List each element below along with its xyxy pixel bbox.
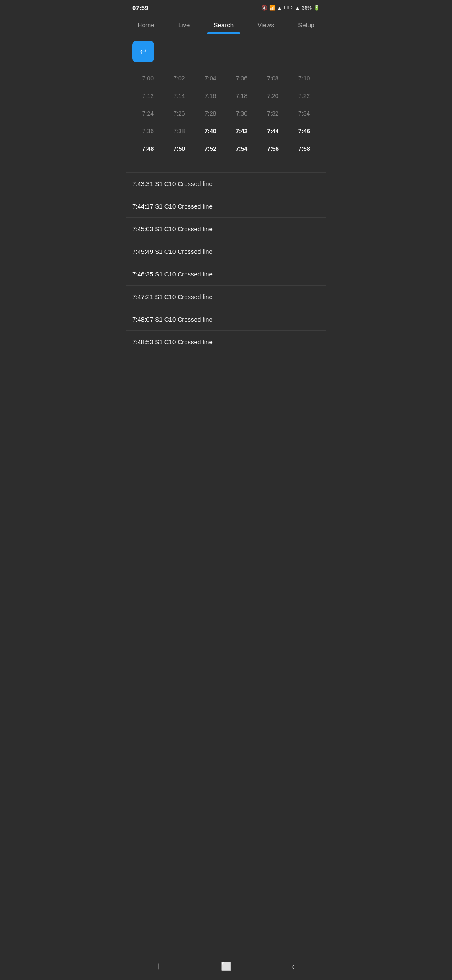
time-cell[interactable]: 7:10: [288, 71, 320, 86]
time-row-4: 7:36 7:38 7:40 7:42 7:44 7:46: [132, 124, 320, 139]
event-item[interactable]: 7:45:49 S1 C10 Crossed line: [126, 240, 326, 263]
time-cell-active[interactable]: 7:42: [226, 124, 257, 139]
recent-apps-button[interactable]: ⦀: [151, 959, 167, 973]
time-cell[interactable]: 7:18: [226, 88, 257, 103]
time-cell[interactable]: 7:28: [195, 106, 226, 121]
event-item[interactable]: 7:46:35 S1 C10 Crossed line: [126, 263, 326, 286]
system-back-icon: ‹: [292, 962, 295, 971]
time-cell[interactable]: 7:08: [257, 71, 289, 86]
event-item[interactable]: 7:47:21 S1 C10 Crossed line: [126, 286, 326, 308]
time-cell[interactable]: 7:32: [257, 106, 289, 121]
bottom-nav: ⦀ ⬜ ‹: [126, 954, 326, 980]
time-row-5: 7:48 7:50 7:52 7:54 7:56 7:58: [132, 141, 320, 156]
mute-icon: 🔇: [261, 5, 267, 11]
event-item[interactable]: 7:45:03 S1 C10 Crossed line: [126, 218, 326, 240]
time-cell[interactable]: 7:06: [226, 71, 257, 86]
signal-icon: ▲: [277, 5, 282, 11]
event-item[interactable]: 7:48:07 S1 C10 Crossed line: [126, 308, 326, 331]
status-icons: 🔇 📶 ▲ LTE2 ▲ 36% 🔋: [261, 5, 320, 11]
time-cell-active[interactable]: 7:48: [132, 141, 164, 156]
nav-setup[interactable]: Setup: [291, 18, 321, 34]
time-cell[interactable]: 7:04: [195, 71, 226, 86]
time-cell-active[interactable]: 7:56: [257, 141, 289, 156]
nav-home[interactable]: Home: [131, 18, 161, 34]
back-button[interactable]: ↩: [132, 41, 154, 62]
time-row-1: 7:00 7:02 7:04 7:06 7:08 7:10: [132, 71, 320, 86]
nav-search[interactable]: Search: [207, 18, 241, 34]
signal2-icon: ▲: [295, 5, 300, 11]
event-item[interactable]: 7:43:31 S1 C10 Crossed line: [126, 173, 326, 195]
time-cell-active[interactable]: 7:52: [195, 141, 226, 156]
back-btn-container: ↩: [126, 34, 326, 69]
time-cell-active[interactable]: 7:54: [226, 141, 257, 156]
status-bar: 07:59 🔇 📶 ▲ LTE2 ▲ 36% 🔋: [126, 0, 326, 14]
status-time: 07:59: [132, 4, 148, 11]
nav-bar: Home Live Search Views Setup: [126, 14, 326, 34]
time-row-2: 7:12 7:14 7:16 7:18 7:20 7:22: [132, 88, 320, 103]
event-item[interactable]: 7:48:53 S1 C10 Crossed line: [126, 331, 326, 353]
battery-text: 36%: [302, 5, 312, 11]
time-cell[interactable]: 7:24: [132, 106, 164, 121]
time-cell[interactable]: 7:26: [164, 106, 195, 121]
time-cell-active[interactable]: 7:58: [288, 141, 320, 156]
events-list: 7:43:31 S1 C10 Crossed line 7:44:17 S1 C…: [126, 172, 326, 353]
battery-icon: 🔋: [313, 5, 320, 11]
event-item[interactable]: 7:44:17 S1 C10 Crossed line: [126, 195, 326, 218]
nav-views[interactable]: Views: [251, 18, 281, 34]
time-cell-active[interactable]: 7:46: [288, 124, 320, 139]
system-back-button[interactable]: ‹: [285, 959, 301, 973]
home-nav-button[interactable]: ⬜: [218, 959, 234, 973]
recent-apps-icon: ⦀: [157, 962, 161, 971]
time-cell[interactable]: 7:30: [226, 106, 257, 121]
time-cell[interactable]: 7:20: [257, 88, 289, 103]
time-cell[interactable]: 7:22: [288, 88, 320, 103]
back-arrow-icon: ↩: [140, 46, 147, 57]
time-cell-active[interactable]: 7:50: [164, 141, 195, 156]
time-cell[interactable]: 7:38: [164, 124, 195, 139]
time-cell-active[interactable]: 7:40: [195, 124, 226, 139]
time-cell[interactable]: 7:36: [132, 124, 164, 139]
nav-live[interactable]: Live: [172, 18, 197, 34]
time-cell[interactable]: 7:16: [195, 88, 226, 103]
time-cell-active[interactable]: 7:44: [257, 124, 289, 139]
time-cell[interactable]: 7:34: [288, 106, 320, 121]
time-cell[interactable]: 7:14: [164, 88, 195, 103]
home-nav-icon: ⬜: [221, 961, 231, 971]
time-row-3: 7:24 7:26 7:28 7:30 7:32 7:34: [132, 106, 320, 121]
time-cell[interactable]: 7:12: [132, 88, 164, 103]
time-cell[interactable]: 7:00: [132, 71, 164, 86]
lte-icon: LTE2: [284, 5, 293, 10]
wifi-icon: 📶: [269, 5, 275, 11]
time-cell[interactable]: 7:02: [164, 71, 195, 86]
time-grid: 7:00 7:02 7:04 7:06 7:08 7:10 7:12 7:14 …: [126, 69, 326, 162]
